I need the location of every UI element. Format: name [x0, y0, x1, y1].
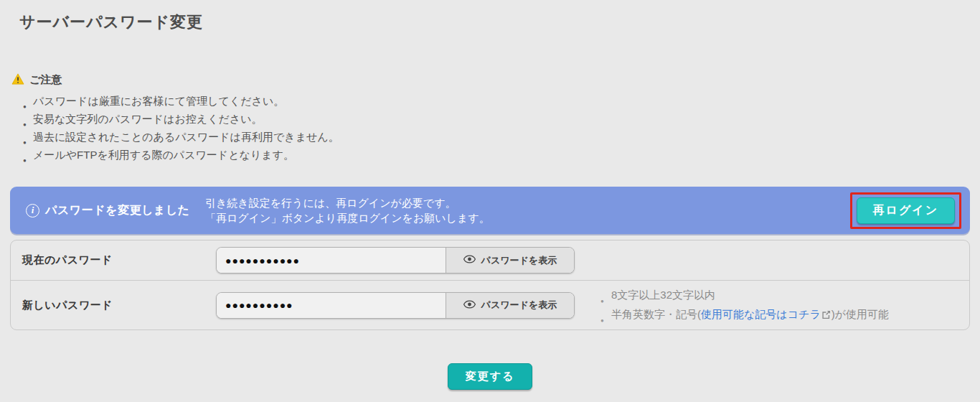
notice-section: ご注意 パスワードは厳重にお客様にて管理してください。 安易な文字列のパスワード… [10, 73, 970, 164]
info-icon: i [26, 204, 39, 218]
show-new-password-button[interactable]: パスワードを表示 [446, 293, 574, 318]
warning-icon [11, 73, 24, 87]
rule-suffix: )が使用可能 [831, 308, 889, 320]
alert-title-row: i パスワードを変更しました [10, 203, 205, 218]
password-changed-alert: i パスワードを変更しました 引き続き設定を行うには、再ログインが必要です。 「… [10, 187, 970, 234]
notice-list: パスワードは厳重にお客様にて管理してください。 安易な文字列のパスワードはお控え… [10, 92, 970, 164]
notice-item: メールやFTPを利用する際のパスワードとなります。 [23, 146, 970, 164]
notice-item: 安易な文字列のパスワードはお控えください。 [23, 110, 970, 128]
notice-item: 過去に設定されたことのあるパスワードは再利用できません。 [23, 128, 970, 146]
notice-heading: ご注意 [29, 73, 62, 87]
eye-icon [463, 255, 476, 266]
rule-prefix: 半角英数字・記号( [611, 308, 701, 320]
rule-length: 8文字以上32文字以内 [600, 285, 889, 304]
password-rules: 8文字以上32文字以内 半角英数字・記号(使用可能な記号はコチラ)が使用可能 [600, 285, 889, 325]
current-password-row: 現在のパスワード パスワードを表示 [11, 240, 969, 281]
notice-heading-row: ご注意 [10, 73, 970, 87]
allowed-symbols-link[interactable]: 使用可能な記号はコチラ [701, 308, 821, 320]
submit-area: 変更する [10, 363, 970, 390]
new-password-label: 新しいパスワード [22, 299, 216, 312]
alert-title: パスワードを変更しました [45, 203, 189, 218]
new-password-row: 新しいパスワード パスワードを表示 8文字以上32文字以内 半角英数字・記号(使… [11, 281, 969, 329]
show-password-label: パスワードを表示 [481, 299, 557, 312]
alert-message-line2: 「再ログイン」ボタンより再度ログインをお願いします。 [205, 210, 670, 225]
current-password-label: 現在のパスワード [22, 253, 216, 267]
current-password-input-group: パスワードを表示 [216, 247, 575, 274]
relogin-highlight-box: 再ログイン [850, 192, 962, 229]
page-title: サーバーパスワード変更 [10, 0, 970, 33]
rule-characters: 半角英数字・記号(使用可能な記号はコチラ)が使用可能 [600, 304, 889, 325]
alert-message-line1: 引き続き設定を行うには、再ログインが必要です。 [205, 195, 670, 210]
eye-icon [463, 300, 476, 311]
relogin-button[interactable]: 再ログイン [857, 197, 956, 224]
new-password-input-group: パスワードを表示 [216, 292, 575, 319]
show-password-label: パスワードを表示 [481, 254, 557, 267]
submit-button[interactable]: 変更する [448, 363, 533, 390]
current-password-input[interactable] [217, 248, 446, 273]
alert-message: 引き続き設定を行うには、再ログインが必要です。 「再ログイン」ボタンより再度ログ… [205, 195, 670, 225]
password-change-page: サーバーパスワード変更 ご注意 パスワードは厳重にお客様にて管理してください。 … [0, 0, 980, 390]
external-link-icon [821, 306, 831, 325]
password-form-table: 現在のパスワード パスワードを表示 新しいパスワード [10, 240, 970, 330]
notice-item: パスワードは厳重にお客様にて管理してください。 [23, 92, 970, 110]
new-password-input[interactable] [217, 293, 446, 318]
show-current-password-button[interactable]: パスワードを表示 [446, 248, 574, 273]
